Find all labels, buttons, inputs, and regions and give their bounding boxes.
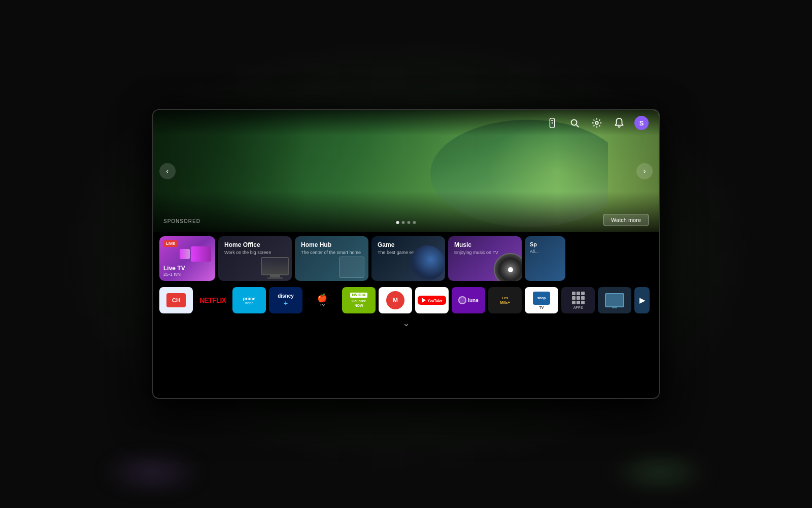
cards-section: LIVE Live TV 25-1 tvN Home Office Work o… bbox=[153, 232, 659, 285]
app-lesmills[interactable]: Les Mills+ bbox=[488, 287, 522, 313]
avatar[interactable]: S bbox=[634, 116, 649, 130]
app-prime[interactable]: prime video bbox=[232, 287, 266, 313]
card-music[interactable]: Music Enjoying music on TV bbox=[448, 236, 522, 281]
hero-next-button[interactable]: › bbox=[636, 163, 653, 179]
app-masterclass[interactable]: M bbox=[379, 287, 412, 313]
hero-dots bbox=[396, 221, 416, 224]
card-music-title: Music bbox=[454, 241, 516, 248]
top-bar: S bbox=[153, 110, 659, 136]
card-home-office[interactable]: Home Office Work on the big screen bbox=[218, 236, 292, 281]
app-apps[interactable]: APPS bbox=[561, 287, 595, 313]
app-ch[interactable]: CH bbox=[159, 287, 193, 313]
live-badge: LIVE bbox=[163, 240, 178, 247]
chevron-down-icon[interactable]: ⌄ bbox=[402, 318, 410, 329]
card-home-hub-title: Home Hub bbox=[301, 241, 362, 248]
app-shoptv[interactable]: shop TV bbox=[525, 287, 558, 313]
app-disney[interactable]: disney + bbox=[269, 287, 302, 313]
app-appletv[interactable]: 🍎 TV bbox=[306, 287, 339, 313]
card-game[interactable]: Game The best game experience bbox=[371, 236, 445, 281]
card-home-hub[interactable]: Home Hub The center of the smart home bbox=[295, 236, 368, 281]
apps-section: CH NETFLIX prime video dis bbox=[153, 285, 659, 315]
watch-more-button[interactable]: Watch more bbox=[603, 214, 649, 226]
card-live-tv[interactable]: LIVE Live TV 25-1 tvN bbox=[159, 236, 215, 281]
card-live-title: Live TV bbox=[163, 265, 185, 272]
app-youtube[interactable]: YouTube bbox=[415, 287, 449, 313]
card-sp-title: Sp bbox=[530, 241, 560, 247]
app-geforce[interactable]: NVIDIA GeForce NOW bbox=[342, 287, 376, 313]
card-live-subtitle: 25-1 tvN bbox=[163, 272, 185, 277]
remote-icon[interactable] bbox=[545, 116, 559, 130]
svg-point-5 bbox=[595, 121, 598, 124]
svg-line-4 bbox=[577, 125, 579, 128]
app-luna[interactable]: luna bbox=[452, 287, 485, 313]
body-background: S ‹ › SPONSORED bbox=[152, 109, 660, 399]
bottom-chevron: ⌄ bbox=[153, 315, 659, 331]
settings-icon[interactable] bbox=[590, 116, 604, 130]
app-screen[interactable] bbox=[598, 287, 631, 313]
card-home-office-title: Home Office bbox=[224, 241, 286, 248]
card-home-office-subtitle: Work on the big screen bbox=[224, 250, 286, 255]
notifications-icon[interactable] bbox=[612, 116, 626, 130]
card-sp-subtitle: All... bbox=[530, 249, 560, 254]
search-icon[interactable] bbox=[567, 116, 582, 130]
svg-point-3 bbox=[571, 120, 577, 125]
glow-left bbox=[101, 457, 203, 488]
svg-point-2 bbox=[552, 122, 553, 124]
glow-right bbox=[609, 457, 710, 488]
hero-prev-button[interactable]: ‹ bbox=[159, 163, 176, 179]
card-sp[interactable]: Sp All... bbox=[525, 236, 565, 281]
tv-frame: S ‹ › SPONSORED bbox=[152, 109, 660, 399]
tv-screen: S ‹ › SPONSORED bbox=[153, 110, 659, 398]
sponsored-label: SPONSORED bbox=[163, 218, 200, 224]
app-more[interactable]: ▶ bbox=[634, 287, 650, 313]
app-netflix[interactable]: NETFLIX bbox=[196, 287, 229, 313]
card-home-hub-subtitle: The center of the smart home bbox=[301, 250, 362, 255]
